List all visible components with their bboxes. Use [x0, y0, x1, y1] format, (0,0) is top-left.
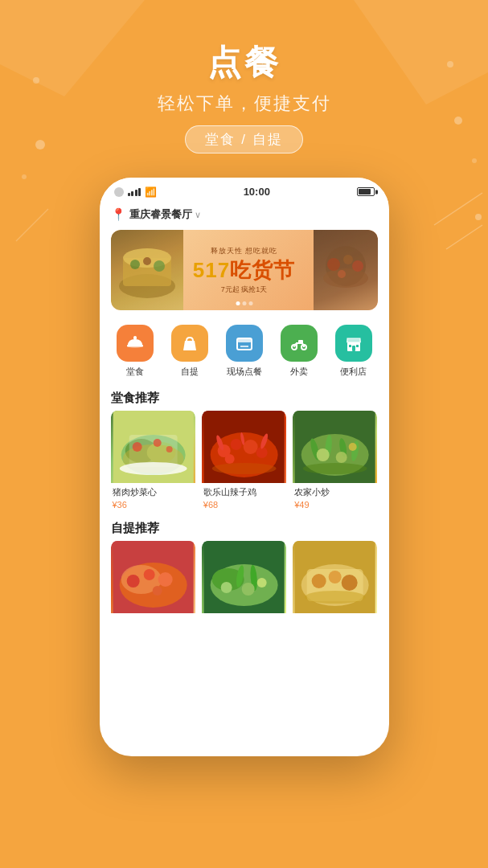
camera-indicator: [114, 187, 124, 197]
page-title: 点餐: [0, 40, 488, 85]
food-price-3: ¥49: [294, 500, 375, 510]
svg-point-83: [241, 583, 254, 596]
svg-rect-28: [237, 338, 252, 342]
battery-icon: [357, 187, 375, 196]
ziti-label: 自提: [181, 366, 199, 378]
bianlidian-label: 便利店: [340, 366, 367, 378]
banner-food-right-decor: [314, 230, 378, 310]
status-time: 10:00: [244, 186, 270, 198]
tangshi-section-header: 堂食推荐: [100, 384, 389, 411]
food-card-nongjia[interactable]: 农家小炒 ¥49: [293, 411, 377, 513]
svg-point-46: [166, 446, 172, 452]
location-bar[interactable]: 📍 重庆睿景餐厅 ∨: [100, 203, 389, 227]
bianlidian-icon: [335, 325, 372, 362]
svg-point-69: [303, 463, 367, 474]
ziti-section-header: 自提推荐: [100, 513, 389, 541]
banner-dot-2: [242, 301, 246, 305]
tangshi-icon: [117, 325, 154, 362]
svg-point-91: [305, 591, 366, 604]
svg-point-22: [352, 260, 363, 272]
food-card-ziti-3[interactable]: [293, 541, 377, 621]
svg-point-44: [132, 442, 141, 452]
svg-rect-25: [127, 345, 143, 347]
ziti-food-grid: [100, 541, 389, 621]
food-price-2: ¥68: [203, 500, 285, 510]
page-subtitle: 轻松下单，便捷支付: [0, 92, 488, 116]
banner-content: 释放天性 想吃就吃 517吃货节 7元起 疯抢1天: [193, 246, 295, 295]
svg-point-89: [329, 571, 342, 583]
svg-point-75: [158, 572, 172, 587]
banner-event-name: 517吃货节: [193, 256, 295, 285]
svg-point-19: [323, 268, 368, 288]
svg-point-21: [343, 255, 353, 264]
waimai-icon: [281, 325, 318, 362]
category-bianlidian[interactable]: 便利店: [335, 325, 372, 378]
svg-point-47: [119, 462, 187, 475]
svg-point-66: [317, 448, 330, 461]
food-card-ziti-2[interactable]: [202, 541, 286, 621]
svg-point-84: [256, 578, 266, 588]
svg-point-82: [220, 582, 232, 593]
food-card-ziti-1[interactable]: [111, 541, 195, 621]
svg-point-54: [224, 454, 234, 464]
svg-point-5: [472, 158, 477, 163]
svg-point-20: [327, 258, 340, 271]
location-pin-icon: 📍: [111, 207, 126, 222]
svg-point-68: [349, 443, 357, 451]
svg-point-45: [153, 439, 161, 447]
banner-tagline: 释放天性 想吃就吃: [193, 246, 295, 256]
svg-point-59: [211, 463, 276, 474]
tangshi-food-grid: 猪肉炒菜心 ¥36: [100, 411, 389, 513]
svg-point-51: [230, 439, 241, 450]
food-image-ziti-2: [202, 541, 286, 613]
promo-banner[interactable]: 释放天性 想吃就吃 517吃货节 7元起 疯抢1天: [111, 230, 378, 310]
svg-rect-35: [352, 346, 355, 351]
food-image-ziti-3: [293, 541, 377, 613]
food-price-1: ¥36: [113, 500, 194, 510]
banner-dot-1: [236, 301, 240, 305]
svg-point-16: [143, 257, 151, 265]
svg-point-15: [130, 260, 140, 269]
category-xianchang[interactable]: 现场点餐: [226, 325, 263, 378]
svg-rect-32: [298, 340, 303, 344]
xianchang-label: 现场点餐: [227, 366, 262, 378]
banner-food-left-decor: [111, 230, 183, 310]
svg-point-76: [152, 586, 162, 596]
waimai-label: 外卖: [290, 366, 308, 378]
xianchang-icon: [226, 325, 263, 362]
svg-point-90: [342, 575, 358, 591]
restaurant-name: 重庆睿景餐厅: [129, 207, 192, 222]
svg-point-52: [243, 440, 257, 454]
service-modes-badge: 堂食 / 自提: [185, 125, 302, 154]
food-name-2: 歌乐山辣子鸡: [203, 486, 285, 498]
food-image-zhurou: [111, 411, 195, 483]
svg-rect-36: [349, 345, 351, 347]
category-icons-row: 堂食 自提: [100, 313, 389, 384]
category-waimai[interactable]: 外卖: [281, 325, 318, 378]
phone-screen: 📶 10:00 📍 重庆睿景餐厅 ∨: [100, 178, 389, 756]
tangshi-label: 堂食: [126, 366, 144, 378]
category-tangshi[interactable]: 堂食: [117, 325, 154, 378]
svg-rect-26: [133, 336, 137, 340]
banner-dot-3: [248, 301, 252, 305]
food-card-zhurou[interactable]: 猪肉炒菜心 ¥36: [111, 411, 195, 513]
svg-point-23: [338, 270, 346, 278]
svg-point-67: [336, 452, 347, 463]
food-image-nongjia: [293, 411, 377, 483]
banner-pagination: [236, 301, 252, 305]
svg-point-17: [154, 260, 165, 272]
signal-icon: [128, 188, 141, 196]
phone-mockup: 📶 10:00 📍 重庆睿景餐厅 ∨: [0, 178, 488, 756]
food-card-laziji[interactable]: 歌乐山辣子鸡 ¥68: [202, 411, 286, 513]
banner-offer: 7元起 疯抢1天: [193, 285, 295, 295]
svg-point-73: [126, 575, 139, 588]
wifi-icon: 📶: [145, 186, 157, 198]
food-name-1: 猪肉炒菜心: [113, 486, 194, 498]
ziti-icon: [171, 325, 208, 362]
dropdown-arrow-icon: ∨: [195, 210, 201, 220]
status-bar: 📶 10:00: [100, 178, 389, 203]
category-ziti[interactable]: 自提: [171, 325, 208, 378]
food-image-laziji: [202, 411, 286, 483]
svg-point-88: [312, 574, 326, 588]
food-image-ziti-1: [111, 541, 195, 613]
